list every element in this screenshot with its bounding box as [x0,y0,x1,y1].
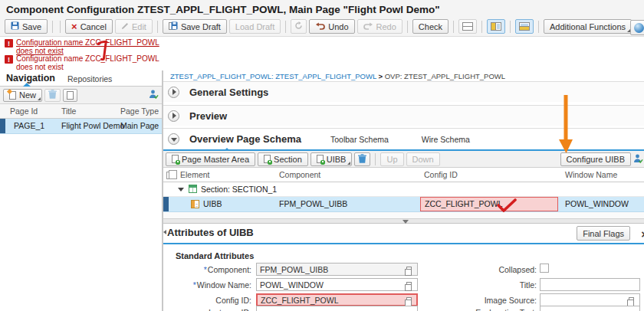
section-overview-page-schema: Overview Page Schema Toolbar Schema Wire… [163,128,644,151]
separator [407,21,408,33]
copy-page-button[interactable] [63,89,77,102]
window-name-field[interactable] [256,278,418,291]
value-help-icon[interactable] [406,282,412,287]
value-help-icon[interactable] [406,297,412,303]
add-page-icon [172,155,179,163]
value-help-icon[interactable] [406,267,412,272]
column-config-id[interactable]: Config ID [424,170,458,179]
cell-element: Section: SECTION_1 [201,185,277,194]
field-label-instance-id: Instance ID: [163,308,251,311]
trash-icon [48,90,57,100]
hierarchy-icon [166,172,173,179]
table-row[interactable]: PAGE_1 Flight Powl Demo Main Page [0,119,162,134]
header: Component Configuration ZTEST_APPL_FLIGH… [0,0,644,37]
separator [538,21,539,33]
column-component[interactable]: Component [279,170,320,179]
table-row-uibb[interactable]: UIBB FPM_POWL_UIBB ZCC_FLIGHT_POWL POWL_… [163,197,644,212]
cell-element: UIBB [203,199,222,208]
message-area: ! Configuration name ZCC_FLIGHT_POWL doe… [0,37,644,70]
column-window-name[interactable]: Window Name [565,170,617,179]
separator [375,153,376,165]
save-draft-button[interactable]: Save Draft [163,19,227,34]
add-section-button[interactable]: Section [258,152,308,166]
field-label-image-source: Image Source: [428,296,537,305]
tab-overview-page-schema[interactable]: Overview Page Schema [189,133,301,145]
new-button[interactable]: New [3,89,42,102]
breadcrumb-current: OVP: ZTEST_APPL_FLIGHT_POWL [385,72,505,80]
delete-element-button[interactable] [354,152,370,166]
help-button[interactable] [630,20,644,35]
table-row-section[interactable]: Section: SECTION_1 [163,182,644,197]
breadcrumb: ZTEST_APPL_FLIGHT_POWL: ZTEST_APPL_FLIGH… [170,72,505,80]
field-label-collapsed: Collapsed: [428,265,537,274]
layout-bottom-panel-button[interactable] [515,19,534,34]
load-draft-button[interactable]: Load Draft [229,19,281,34]
layout-rows-icon [462,22,473,31]
explanation-text-field[interactable] [540,306,640,311]
error-message-link[interactable]: Configuration name ZCC_FLIGHT_POWL does … [16,39,163,55]
group-title: Standard Attributes [176,251,254,260]
undo-button[interactable]: Undo [309,19,354,34]
delete-page-button[interactable] [44,89,61,102]
layout-side-panel-icon [491,22,501,31]
config-id-field[interactable] [256,293,418,306]
collapse-button[interactable] [168,133,179,145]
cell-component: FPM_POWL_UIBB [279,199,347,208]
separator [453,21,454,33]
save-button[interactable]: Save [5,19,48,34]
refresh-icon [294,21,303,31]
final-flags-button[interactable]: Final Flags [577,226,630,241]
edit-button[interactable]: Edit [115,19,153,34]
horizontal-splitter[interactable] [163,218,644,224]
expand-button[interactable] [168,110,179,122]
main-toolbar: Save × Cancel Edit Save Draft Load Draft [5,19,632,34]
error-icon: ! [5,39,13,47]
pencil-icon [121,22,129,31]
separator [481,21,482,33]
expand-button[interactable] [168,87,179,98]
add-uibb-button[interactable]: UIBB [310,152,353,166]
collapsed-checkbox[interactable] [540,264,549,273]
breadcrumb-link[interactable]: ZTEST_APPL_FLIGHT_POWL: ZTEST_APPL_FLIGH… [170,72,376,80]
column-element[interactable]: Element [180,170,210,179]
user-settings-icon[interactable] [633,152,643,166]
additional-functions-button[interactable]: Additional Functions [544,19,632,34]
panel-collapse-icon[interactable] [163,230,166,234]
configure-uibb-button[interactable]: Configure UIBB [560,152,631,166]
column-page-id[interactable]: Page Id [10,106,38,116]
column-page-type[interactable]: Page Type [120,106,159,116]
down-button[interactable]: Down [406,152,440,166]
required-marker: * [204,265,207,274]
user-settings-icon[interactable] [149,88,159,102]
cell-window-name: POWL_WINDOW [565,199,629,208]
title-field[interactable] [540,278,640,291]
field-label-explanation-text: Explanation Text: [428,308,537,311]
page-master-area-button[interactable]: Page Master Area [166,152,255,166]
tab-navigation[interactable]: Navigation [6,73,55,83]
image-source-field[interactable] [540,293,640,306]
tree-collapse-icon[interactable] [178,188,184,192]
component-field[interactable] [256,263,418,276]
tab-toolbar-schema[interactable]: Toolbar Schema [330,135,389,144]
cancel-button[interactable]: × Cancel [65,19,113,34]
value-help-icon[interactable] [629,297,634,303]
clipped-toolbar-icon[interactable]: × [641,228,644,241]
column-title[interactable]: Title [61,106,76,116]
instance-id-field[interactable] [256,306,418,311]
check-button[interactable]: Check [412,19,449,34]
save-icon [11,21,19,31]
layout-side-panel-button[interactable] [487,19,505,34]
refresh-button[interactable] [291,19,307,34]
configuration-main-panel: ZTEST_APPL_FLIGHT_POWL: ZTEST_APPL_FLIGH… [163,70,644,311]
help-sphere-icon [634,23,644,33]
sidebar-toolbar: New [0,87,162,104]
tab-wire-schema[interactable]: Wire Schema [422,135,470,144]
tab-repositories[interactable]: Repositories [67,74,112,83]
field-label-window-name: *Window Name: [163,280,251,290]
error-icon: ! [5,55,13,64]
redo-button[interactable]: Redo [357,19,402,34]
menu-corner-icon [38,97,41,100]
layout-single-button[interactable] [458,19,477,34]
undo-icon [315,22,325,31]
up-button[interactable]: Up [380,152,403,166]
